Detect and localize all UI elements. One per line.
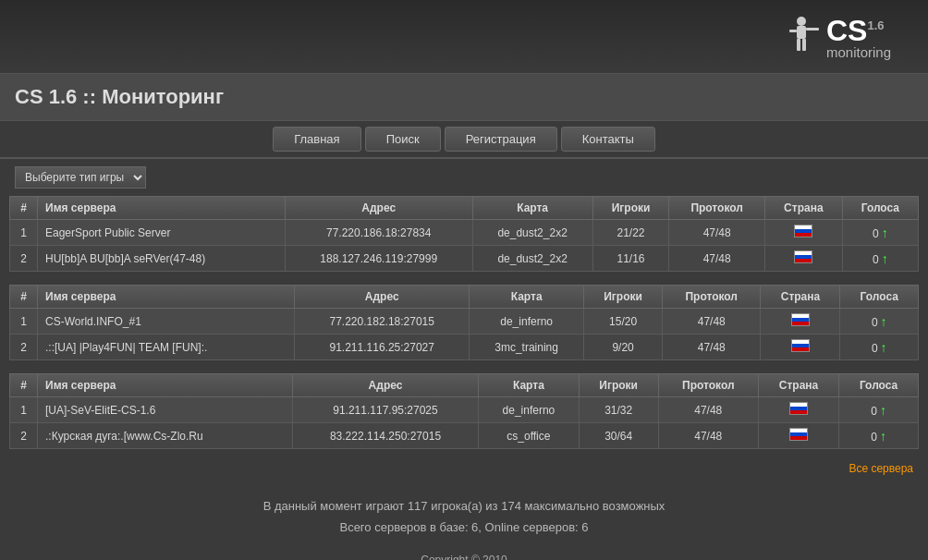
row-protocol: 47/48 bbox=[658, 423, 758, 449]
row-votes: 0↑ bbox=[840, 335, 919, 360]
row-players: 15/20 bbox=[584, 309, 663, 335]
nav-register[interactable]: Регистрация bbox=[445, 127, 557, 152]
svg-rect-5 bbox=[789, 30, 797, 32]
russia-flag-icon bbox=[791, 313, 810, 326]
col-players: Игроки bbox=[579, 374, 658, 397]
row-country bbox=[764, 220, 842, 246]
col-map: Карта bbox=[479, 374, 579, 397]
row-votes: 0↑ bbox=[839, 423, 919, 449]
page-title: CS 1.6 :: Мониторинг bbox=[0, 74, 928, 121]
row-country bbox=[764, 246, 842, 272]
col-server-name: Имя сервера bbox=[38, 286, 295, 309]
row-server-name: EagerSport Public Server bbox=[38, 220, 286, 246]
all-servers-link[interactable]: Все сервера bbox=[0, 462, 928, 481]
navigation: Главная Поиск Регистрация Контакты bbox=[0, 121, 928, 159]
col-map: Карта bbox=[470, 286, 584, 309]
table-row[interactable]: 2 HU[bb]A BU[bb]A seRVer(47-48) 188.127.… bbox=[10, 246, 919, 272]
row-num: 1 bbox=[10, 309, 38, 335]
row-country bbox=[758, 397, 838, 423]
row-country bbox=[758, 423, 838, 449]
row-num: 2 bbox=[10, 246, 38, 272]
logo-text-area: CS1.6 monitoring bbox=[826, 14, 891, 60]
col-server-name: Имя сервера bbox=[38, 374, 293, 397]
nav-contacts[interactable]: Контакты bbox=[561, 127, 655, 152]
row-num: 1 bbox=[10, 220, 38, 246]
svg-rect-1 bbox=[797, 26, 806, 39]
server-section-1: # Имя сервера Адрес Карта Игроки Протоко… bbox=[9, 196, 919, 272]
col-votes: Голоса bbox=[839, 374, 919, 397]
table-row[interactable]: 2 .::[UA] |Play4FUN| TEAM [FUN]:. 91.211… bbox=[10, 335, 919, 360]
row-num: 1 bbox=[10, 397, 38, 423]
col-address: Адрес bbox=[295, 286, 470, 309]
row-address: 91.211.116.25:27027 bbox=[295, 335, 470, 360]
row-num: 2 bbox=[10, 423, 38, 449]
vote-up-icon[interactable]: ↑ bbox=[880, 429, 886, 444]
row-server-name: [UA]-SeV-ElitE-CS-1.6 bbox=[38, 397, 293, 423]
svg-rect-4 bbox=[806, 28, 819, 30]
vote-up-icon[interactable]: ↑ bbox=[881, 340, 887, 355]
row-address: 91.211.117.95:27025 bbox=[292, 397, 478, 423]
cs-figure-icon bbox=[766, 14, 822, 60]
row-players: 21/22 bbox=[592, 220, 669, 246]
header: CS1.6 monitoring bbox=[0, 0, 928, 74]
row-map: de_dust2_2x2 bbox=[472, 220, 592, 246]
row-address: 188.127.246.119:27999 bbox=[285, 246, 472, 272]
col-hash: # bbox=[10, 374, 38, 397]
nav-home[interactable]: Главная bbox=[273, 127, 360, 152]
svg-rect-2 bbox=[797, 39, 800, 51]
row-address: 83.222.114.250:27015 bbox=[292, 423, 478, 449]
col-map: Карта bbox=[472, 197, 592, 220]
col-address: Адрес bbox=[285, 197, 472, 220]
vote-up-icon[interactable]: ↑ bbox=[880, 403, 886, 418]
col-country: Страна bbox=[761, 286, 840, 309]
row-protocol: 47/48 bbox=[663, 309, 761, 335]
russia-flag-icon bbox=[789, 428, 808, 441]
vote-up-icon[interactable]: ↑ bbox=[882, 225, 888, 240]
row-players: 30/64 bbox=[579, 423, 658, 449]
row-map: de_dust2_2x2 bbox=[472, 246, 592, 272]
vote-up-icon[interactable]: ↑ bbox=[881, 314, 887, 329]
nav-search[interactable]: Поиск bbox=[365, 127, 441, 152]
row-players: 9/20 bbox=[584, 335, 663, 360]
row-players: 11/16 bbox=[592, 246, 669, 272]
table-row[interactable]: 1 CS-World.INFO_#1 77.220.182.18:27015 d… bbox=[10, 309, 919, 335]
vote-up-icon[interactable]: ↑ bbox=[882, 251, 888, 266]
row-map: 3mc_training bbox=[470, 335, 584, 360]
col-address: Адрес bbox=[292, 374, 478, 397]
table-row[interactable]: 1 [UA]-SeV-ElitE-CS-1.6 91.211.117.95:27… bbox=[10, 397, 919, 423]
logo-monitoring-label: monitoring bbox=[826, 44, 891, 60]
copyright-text: Copyright © 2010 bbox=[0, 554, 928, 560]
logo: CS1.6 monitoring bbox=[766, 14, 891, 60]
col-votes: Голоса bbox=[842, 197, 918, 220]
russia-flag-icon bbox=[791, 339, 810, 352]
col-country: Страна bbox=[758, 374, 838, 397]
row-protocol: 47/48 bbox=[669, 246, 765, 272]
row-players: 31/32 bbox=[579, 397, 658, 423]
col-protocol: Протокол bbox=[669, 197, 765, 220]
stats-line-1: В данный момент играют 117 игрока(а) из … bbox=[15, 495, 913, 517]
col-players: Игроки bbox=[592, 197, 669, 220]
row-protocol: 47/48 bbox=[663, 335, 761, 360]
game-type-select[interactable]: Выберите тип игрыDeathmatchClassicCustom bbox=[15, 166, 146, 189]
footer-stats: В данный момент играют 117 игрока(а) из … bbox=[0, 481, 928, 554]
col-votes: Голоса bbox=[840, 286, 919, 309]
row-server-name: .::[UA] |Play4FUN| TEAM [FUN]:. bbox=[38, 335, 295, 360]
row-votes: 0↑ bbox=[842, 220, 918, 246]
row-votes: 0↑ bbox=[840, 309, 919, 335]
row-map: de_inferno bbox=[479, 397, 579, 423]
table-row[interactable]: 1 EagerSport Public Server 77.220.186.18… bbox=[10, 220, 919, 246]
svg-point-0 bbox=[797, 17, 806, 26]
col-server-name: Имя сервера bbox=[38, 197, 286, 220]
row-protocol: 47/48 bbox=[669, 220, 765, 246]
russia-flag-icon bbox=[794, 225, 812, 237]
row-votes: 0↑ bbox=[839, 397, 919, 423]
table-row[interactable]: 2 .:Курская дуга:.[www.Cs-Zlo.Ru 83.222.… bbox=[10, 423, 919, 449]
row-num: 2 bbox=[10, 335, 38, 360]
col-hash: # bbox=[10, 197, 38, 220]
row-server-name: .:Курская дуга:.[www.Cs-Zlo.Ru bbox=[38, 423, 293, 449]
filter-bar: Выберите тип игрыDeathmatchClassicCustom bbox=[0, 159, 928, 196]
stats-line-2: Всего серверов в базе: 6, Online серверо… bbox=[15, 517, 913, 538]
server-section-3: # Имя сервера Адрес Карта Игроки Протоко… bbox=[9, 373, 919, 449]
row-server-name: CS-World.INFO_#1 bbox=[38, 309, 295, 335]
svg-rect-3 bbox=[802, 39, 806, 51]
